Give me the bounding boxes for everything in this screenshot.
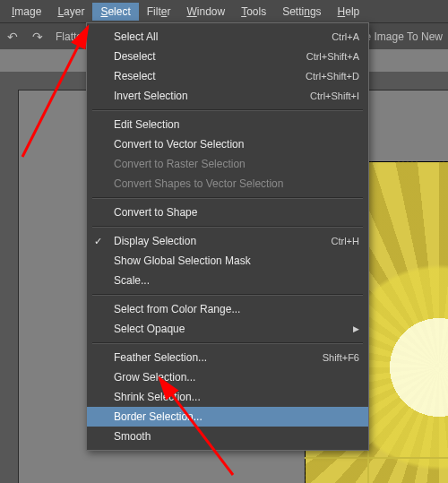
menu-separator bbox=[92, 226, 363, 228]
menu-item[interactable]: Show Global Selection Mask bbox=[87, 251, 368, 271]
menu-item-label: Convert to Raster Selection bbox=[114, 158, 246, 170]
menu-item-label: Reselect bbox=[114, 70, 156, 82]
menu-tools[interactable]: Tools bbox=[233, 3, 274, 21]
menu-item[interactable]: Border Selection... bbox=[87, 407, 368, 427]
menu-item[interactable]: ReselectCtrl+Shift+D bbox=[87, 66, 368, 86]
menu-item: Convert to Raster Selection bbox=[87, 154, 368, 174]
menu-item-label: Scale... bbox=[114, 274, 150, 287]
menu-item-label: Convert to Shape bbox=[114, 206, 197, 219]
menu-shortcut: Ctrl+Shift+D bbox=[306, 71, 359, 82]
undo-icon: ↶ bbox=[7, 30, 18, 44]
menu-item[interactable]: Shrink Selection... bbox=[87, 387, 368, 407]
menu-item-label: Convert Shapes to Vector Selection bbox=[114, 177, 283, 190]
menu-item[interactable]: DeselectCtrl+Shift+A bbox=[87, 47, 368, 66]
menu-item-label: Convert to Vector Selection bbox=[114, 138, 244, 151]
menu-item-label: Smooth bbox=[114, 430, 151, 443]
redo-button[interactable]: ↷ bbox=[25, 28, 50, 46]
menu-separator bbox=[92, 294, 363, 296]
menu-item-label: Invert Selection bbox=[114, 90, 188, 102]
menu-item[interactable]: Select Opaque▶ bbox=[87, 319, 368, 339]
menu-item[interactable]: ✓Display SelectionCtrl+H bbox=[87, 231, 368, 251]
menu-item[interactable]: Convert to Vector Selection bbox=[87, 134, 368, 154]
menu-item-label: Show Global Selection Mask bbox=[114, 254, 251, 267]
menu-help[interactable]: Help bbox=[330, 3, 368, 21]
menu-item-label: Border Selection... bbox=[114, 410, 202, 423]
menu-shortcut: Ctrl+A bbox=[332, 31, 359, 42]
menu-item[interactable]: Scale... bbox=[87, 271, 368, 290]
menu-item-label: Grow Selection... bbox=[114, 371, 195, 384]
menu-item-label: Edit Selection bbox=[114, 118, 179, 131]
menu-item[interactable]: Grow Selection... bbox=[87, 367, 368, 387]
menu-item[interactable]: Convert to Shape bbox=[87, 203, 368, 222]
menu-item-label: Deselect bbox=[114, 50, 156, 63]
ruler-vertical bbox=[0, 90, 19, 483]
menu-window[interactable]: Window bbox=[178, 3, 233, 21]
menu-item: Convert Shapes to Vector Selection bbox=[87, 174, 368, 194]
menu-item[interactable]: Feather Selection...Shift+F6 bbox=[87, 348, 368, 367]
menu-item[interactable]: Select from Color Range... bbox=[87, 299, 368, 319]
ruler-corner bbox=[0, 72, 19, 91]
menu-shortcut: Ctrl+H bbox=[332, 236, 359, 246]
undo-button[interactable]: ↶ bbox=[0, 28, 25, 46]
menu-item-label: Feather Selection... bbox=[114, 351, 207, 364]
submenu-arrow-icon: ▶ bbox=[353, 324, 359, 333]
menu-separator bbox=[92, 109, 363, 111]
menu-item-label: Select from Color Range... bbox=[114, 303, 240, 315]
menu-separator bbox=[92, 342, 363, 344]
menu-item-label: Display Selection bbox=[114, 235, 196, 247]
menu-item-label: Select Opaque bbox=[114, 323, 185, 335]
check-icon: ✓ bbox=[94, 236, 102, 247]
menu-item[interactable]: Invert SelectionCtrl+Shift+I bbox=[87, 86, 368, 106]
menu-settings[interactable]: Settings bbox=[274, 3, 329, 21]
menu-item[interactable]: Select AllCtrl+A bbox=[87, 27, 368, 47]
select-menu-dropdown: Select AllCtrl+ADeselectCtrl+Shift+ARese… bbox=[86, 22, 369, 451]
menu-item[interactable]: Edit Selection bbox=[87, 115, 368, 134]
menu-item-label: Shrink Selection... bbox=[114, 391, 201, 403]
menu-item[interactable]: Smooth bbox=[87, 427, 368, 446]
menubar: Image Layer Select Filter Window Tools S… bbox=[0, 0, 448, 22]
menu-shortcut: Ctrl+Shift+A bbox=[306, 51, 359, 62]
redo-icon: ↷ bbox=[32, 30, 43, 44]
menu-image[interactable]: Image bbox=[4, 3, 49, 21]
menu-separator bbox=[92, 197, 363, 199]
menu-layer[interactable]: Layer bbox=[49, 3, 92, 21]
menu-select[interactable]: Select bbox=[92, 3, 138, 21]
menu-shortcut: Ctrl+Shift+I bbox=[310, 91, 359, 101]
menu-item-label: Select All bbox=[114, 30, 158, 43]
menu-filter[interactable]: Filter bbox=[139, 3, 179, 21]
menu-shortcut: Shift+F6 bbox=[323, 352, 359, 363]
